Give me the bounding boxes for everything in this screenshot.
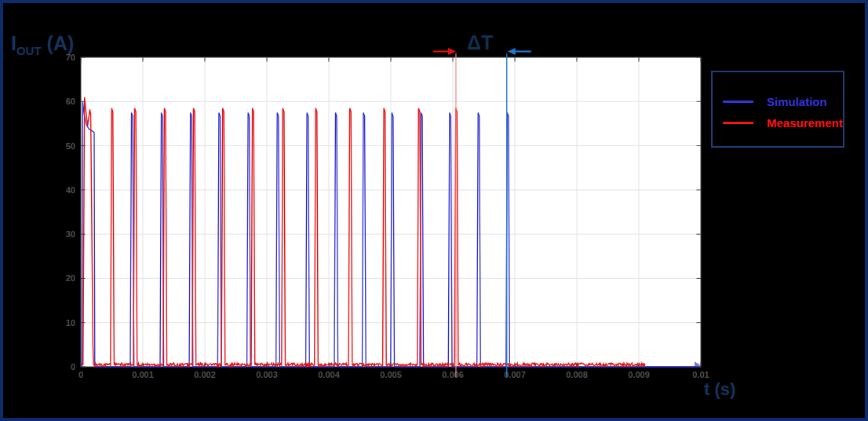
x-tick-label: 0.008 [566,370,588,379]
y-tick-label: 50 [66,141,75,151]
legend-item-measurement: Measurement [713,112,843,134]
y-tick-label: 10 [66,318,75,328]
legend-label-measurement: Measurement [767,116,843,130]
x-axis-title: t (s) [704,379,735,400]
x-tick-label: 0 [78,370,83,379]
x-tick-label: 0.005 [380,370,402,379]
delta-t-blue-arrowhead [508,48,516,55]
measurement-line-sample [723,122,753,124]
y-tick-label: 60 [66,97,75,106]
x-tick-label: 0.002 [194,370,216,379]
waveform-chart: 00.0010.0020.0030.0040.0050.0060.0070.00… [0,0,868,421]
x-tick-label: 0.003 [256,370,278,379]
x-tick-label: 0.009 [628,370,650,379]
y-axis-title-base: I [11,32,16,54]
figure: 00.0010.0020.0030.0040.0050.0060.0070.00… [0,0,868,421]
x-tick-label: 0.004 [318,370,340,379]
y-axis-title-unit: (A) [42,32,75,54]
x-tick-label: 0.001 [132,370,154,379]
y-tick-label: 40 [66,185,75,195]
x-tick-label: 0.006 [442,370,464,379]
x-tick-label: 0.01 [692,370,709,379]
simulation-line-sample [723,101,753,103]
y-axis-title-subscript: OUT [16,44,42,57]
legend-label-simulation: Simulation [767,95,827,108]
delta-t-red-arrowhead [448,48,456,55]
legend: Simulation Measurement [711,71,844,148]
y-tick-label: 20 [66,273,75,283]
delta-t-label: ΔT [467,31,493,54]
legend-item-simulation: Simulation [713,91,843,112]
y-tick-label: 30 [66,229,75,239]
y-tick-label: 0 [71,362,75,372]
y-axis-title: IOUT (A) [11,32,74,57]
